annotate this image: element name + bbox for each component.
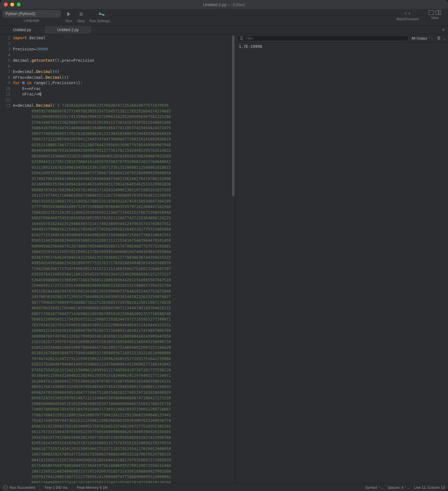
minimize-window-button[interactable] [10,3,14,6]
output-scope-dropdown[interactable]: All Output ⌃⌄ [410,36,435,41]
language-label: Language [24,18,40,22]
separator [39,485,40,490]
status-memory: Peak Memory 8.1M [77,486,107,489]
separator [72,485,72,490]
view-label: View [431,16,439,20]
window-title: Untitled 2.py — Edited [0,2,448,7]
nav-group: ‹ › Back/Forward [397,10,418,21]
line-number-gutter: 12345678910111213 [0,34,13,483]
language-selector[interactable]: Python (Python3) ⌄ [3,10,61,17]
output-toolbar: Filter All Output ⌃⌄ 🗑 ⌄ [236,34,448,42]
run-settings-group: 🔧 Run Settings... [89,10,113,23]
traffic-lights [4,3,21,6]
play-icon [67,12,70,16]
run-button[interactable] [65,10,73,18]
main-split: 12345678910111213 import decimal Precisi… [0,34,448,483]
view-single-button[interactable] [429,10,434,15]
back-button[interactable]: ‹ [405,10,406,16]
status-bar: ✓ Run Succeeded Time 1 042 ms Peak Memor… [0,483,448,491]
nav-label: Back/Forward [397,17,418,21]
language-value: Python (Python3) [5,12,35,16]
tab-untitled[interactable]: Untitled.py [0,26,44,34]
code-editor[interactable]: import decimal Precision=20000 decimal.g… [13,34,231,483]
output-filter-input[interactable]: Filter [238,35,408,41]
language-group: Python (Python3) ⌄ Language [3,10,61,22]
check-circle-icon: ✓ [3,485,8,490]
run-status-text: Run Succeeded [10,486,35,489]
window-titlebar: Untitled 2.py — Edited [0,0,448,9]
run-settings-label: Run Settings... [89,19,113,23]
status-symbol[interactable]: Symbol ⌃⌄ [365,486,383,489]
view-group: View [429,10,441,20]
editor-pane: 12345678910111213 import decimal Precisi… [0,34,236,483]
run-label: Run [66,19,72,23]
status-right: Symbol ⌃⌄ Spaces: 4 ⌃⌄ Line 11, Column 1… [365,486,445,489]
filter-icon [240,37,244,40]
wrench-icon: 🔧 [98,11,105,18]
clear-output-button[interactable]: 🗑 [437,36,441,41]
toolbar-right: ‹ › Back/Forward View [397,10,445,21]
forward-button[interactable]: › [408,10,410,16]
output-line: 1.7E-19998 [239,44,445,49]
stop-icon [79,13,83,16]
stop-button[interactable] [77,10,85,18]
close-window-button[interactable] [4,3,8,6]
status-cursor-position[interactable]: Line 11, Column 13 [414,486,445,489]
filter-placeholder: Filter [246,36,253,40]
run-status: ✓ Run Succeeded [3,485,35,490]
output-scope-label: All Output [412,36,427,40]
toolbar: Python (Python3) ⌄ Language Run Stop 🔧 R… [0,9,448,26]
run-settings-button[interactable]: 🔧 [97,10,105,18]
chevron-updown-icon: ⌃⌄ [428,37,434,40]
tab-untitled2[interactable]: Untitled 2.py [44,26,92,34]
status-spaces[interactable]: Spaces: 4 ⌃⌄ [388,486,410,489]
status-time: Time 1 042 ms [44,486,67,489]
tab-bar: Untitled.py Untitled 2.py + [0,26,448,34]
editor-scrollbar[interactable] [231,34,235,483]
output-pane: Filter All Output ⌃⌄ 🗑 ⌄ 1.7E-19998 [236,34,448,483]
output-body[interactable]: 1.7E-19998 [236,42,448,483]
run-group: Run [65,10,73,23]
stop-label: Stop [78,19,85,23]
title-edited-indicator: — Edited [227,2,245,7]
chevron-updown-icon: ⌄ [55,12,58,15]
title-filename: Untitled 2.py [203,2,226,7]
view-split-button[interactable] [436,10,441,15]
zoom-window-button[interactable] [17,3,21,6]
scrollbar-thumb[interactable] [232,35,235,196]
new-tab-button[interactable]: + [439,26,448,34]
stop-group: Stop [77,10,85,23]
output-menu-button[interactable]: ⌄ [443,36,446,41]
